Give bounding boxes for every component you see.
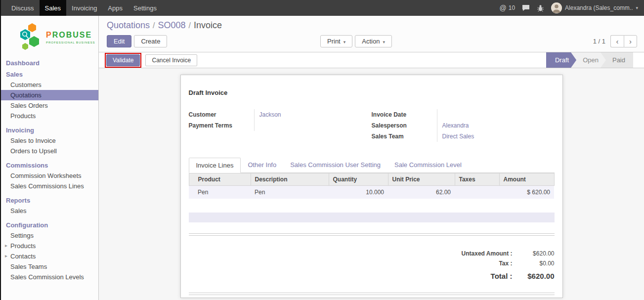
tab-invoice-lines[interactable]: Invoice Lines <box>189 158 241 173</box>
separator <box>189 293 555 295</box>
topbar-right: @ 10 Alexandra (Sales_comm.. ▾ <box>500 0 644 16</box>
breadcrumb-link-so008[interactable]: SO008 <box>158 20 186 30</box>
sidebar-item-sales-commission-levels[interactable]: Sales Commission Levels <box>1 272 98 282</box>
nav-sales[interactable]: Sales <box>40 0 67 16</box>
right-field-group: Invoice Date Salesperson Alexandra Sales… <box>372 109 555 142</box>
print-label: Print <box>327 38 341 45</box>
sidebar: PROBUSE PROFESSIONAL BUSINESS Dashboard … <box>1 16 99 300</box>
sidebar-item-orders-to-upsell[interactable]: Orders to Upsell <box>1 146 98 156</box>
expand-arrow-icon[interactable]: ▸ <box>5 243 7 248</box>
column-header-taxes: Taxes <box>455 173 499 186</box>
pager-next-button[interactable]: › <box>624 35 637 47</box>
action-dropdown[interactable]: Action▾ <box>355 35 392 47</box>
invoice-date-field-value[interactable] <box>437 109 555 120</box>
expand-arrow-icon[interactable]: ▸ <box>5 253 7 258</box>
action-label: Action <box>362 38 380 45</box>
user-menu[interactable]: Alexandra (Sales_comm.. ▾ <box>551 2 638 13</box>
notebook-tabs: Invoice Lines Other Info Sales Commissio… <box>189 158 555 173</box>
sidebar-menu: Dashboard Sales Customers Quotations Sal… <box>1 58 98 282</box>
brand-logo: PROBUSE PROFESSIONAL BUSINESS <box>1 16 98 58</box>
tax-value: $0.00 <box>513 260 555 267</box>
salesperson-field-label: Salesperson <box>372 120 437 131</box>
sales-team-field-value[interactable]: Direct Sales <box>437 131 555 142</box>
sidebar-item-products[interactable]: Products <box>1 111 98 121</box>
cell-product: Pen <box>189 186 251 199</box>
top-nav-menu: Discuss Sales Invoicing Apps Settings <box>1 0 162 16</box>
create-button[interactable]: Create <box>134 35 167 47</box>
tab-sales-commission-user-setting[interactable]: Sales Commission User Setting <box>283 158 387 173</box>
brand-logo-icon <box>19 22 43 52</box>
sidebar-item-sales-teams[interactable]: Sales Teams <box>1 261 98 272</box>
tab-sale-commission-level[interactable]: Sale Commission Level <box>387 158 469 173</box>
sidebar-section-invoicing: Invoicing <box>1 125 98 135</box>
sidebar-item-sales-to-invoice[interactable]: Sales to Invoice <box>1 135 98 146</box>
untaxed-amount-value: $620.00 <box>513 250 555 257</box>
brand-name: PROBUSE <box>46 31 95 40</box>
at-icon: @ <box>500 4 507 12</box>
column-header-product: Product <box>189 173 251 186</box>
sidebar-item-commission-worksheets[interactable]: Commission Worksheets <box>1 171 98 181</box>
cell-quantity: 10.000 <box>329 186 388 199</box>
messages-icon[interactable] <box>522 4 530 11</box>
sidebar-item-config-products[interactable]: ▸ Products <box>1 241 98 251</box>
sidebar-item-customers[interactable]: Customers <box>1 80 98 90</box>
cell-description: Pen <box>251 186 329 199</box>
invoice-sheet: Draft Invoice Customer Jackson Payment T… <box>180 75 563 298</box>
customer-field-value[interactable]: Jackson <box>254 109 372 120</box>
status-widget: Draft Open Paid <box>546 52 633 68</box>
breadcrumb: Quotations/SO008/Invoice <box>107 20 637 31</box>
breadcrumb-link-quotations[interactable]: Quotations <box>107 20 150 30</box>
pager-counter: 1 / 1 <box>593 38 605 45</box>
nav-settings[interactable]: Settings <box>128 0 162 16</box>
table-header-row: Product Description Quantity Unit Price … <box>189 173 554 186</box>
avatar <box>551 2 562 13</box>
sidebar-section-reports: Reports <box>1 195 98 206</box>
nav-invoicing[interactable]: Invoicing <box>66 0 102 16</box>
sidebar-item-settings[interactable]: Settings <box>1 230 98 241</box>
nav-discuss[interactable]: Discuss <box>6 0 40 16</box>
total-label: Total : <box>491 272 513 280</box>
cancel-invoice-button[interactable]: Cancel Invoice <box>145 54 197 66</box>
table-row[interactable]: Pen Pen 10.000 62.00 $ 620.00 <box>189 186 554 199</box>
customer-field-label: Customer <box>189 109 254 120</box>
sidebar-item-config-contacts[interactable]: ▸ Contacts <box>1 251 98 261</box>
tab-other-info[interactable]: Other Info <box>241 158 283 173</box>
brand-text: PROBUSE PROFESSIONAL BUSINESS <box>46 31 95 44</box>
cell-amount: $ 620.00 <box>499 186 554 199</box>
invoice-date-field-label: Invoice Date <box>372 109 437 120</box>
sidebar-item-dashboard[interactable]: Dashboard <box>1 58 98 68</box>
edit-button[interactable]: Edit <box>107 35 131 47</box>
sidebar-section-commissions: Commissions <box>1 160 98 171</box>
user-name: Alexandra (Sales_comm.. <box>565 4 633 11</box>
print-action-group: Print▾ Action▾ <box>320 35 392 47</box>
total-row: Total : $620.00 <box>406 270 555 282</box>
cell-unit-price: 62.00 <box>388 186 455 199</box>
sidebar-item-reports-sales[interactable]: Sales <box>1 206 98 216</box>
column-header-unit-price: Unit Price <box>388 173 455 186</box>
bug-icon[interactable] <box>537 4 544 12</box>
nav-apps[interactable]: Apps <box>102 0 128 16</box>
validate-button[interactable]: Validate <box>106 54 140 66</box>
sidebar-item-quotations[interactable]: Quotations <box>1 90 98 100</box>
untaxed-amount-label: Untaxed Amount : <box>462 250 513 257</box>
cell-taxes <box>455 186 499 199</box>
tax-row: Tax : $0.00 <box>406 258 555 268</box>
breadcrumb-current: Invoice <box>194 20 222 30</box>
statusbar: Validate Cancel Invoice Draft Open Paid <box>99 52 644 68</box>
chevron-down-icon: ▾ <box>636 5 638 10</box>
caret-down-icon: ▾ <box>343 40 346 44</box>
sidebar-item-sales-orders[interactable]: Sales Orders <box>1 100 98 111</box>
sidebar-item-sales-commissions-lines[interactable]: Sales Commissions Lines <box>1 181 98 191</box>
mentions-counter[interactable]: @ 10 <box>500 4 515 12</box>
breadcrumb-separator: / <box>150 21 158 30</box>
payment-terms-field-value[interactable] <box>254 120 372 131</box>
pager-prev-button[interactable]: ‹ <box>610 35 624 47</box>
sidebar-section-configuration: Configuration <box>1 220 98 230</box>
salesperson-field-value[interactable]: Alexandra <box>437 120 555 131</box>
total-value: $620.00 <box>513 272 555 280</box>
invoice-state-title: Draft Invoice <box>189 89 555 96</box>
status-pill-draft[interactable]: Draft <box>546 52 577 68</box>
print-dropdown[interactable]: Print▾ <box>320 35 352 47</box>
tax-label: Tax : <box>499 260 512 267</box>
left-field-group: Customer Jackson Payment Terms <box>189 109 372 142</box>
